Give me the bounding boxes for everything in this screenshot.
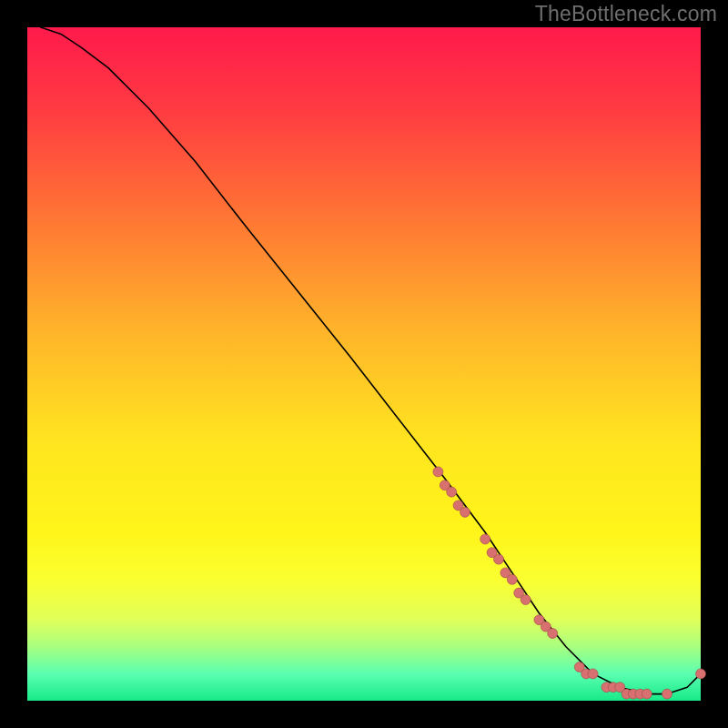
chart-frame: TheBottleneck.com	[0, 0, 728, 728]
watermark-text: TheBottleneck.com	[535, 2, 717, 26]
data-point	[642, 689, 652, 699]
data-point	[696, 669, 706, 679]
scatter-group	[433, 467, 706, 699]
data-point	[662, 689, 672, 699]
data-point	[507, 574, 517, 584]
data-point	[433, 467, 443, 477]
data-point	[588, 669, 598, 679]
data-point	[460, 507, 470, 517]
data-point	[447, 487, 457, 497]
data-point	[548, 629, 558, 639]
data-point	[480, 534, 490, 544]
data-point	[494, 554, 504, 564]
chart-svg	[27, 27, 701, 701]
plot-area	[27, 27, 701, 701]
bottleneck-curve	[41, 27, 701, 694]
data-point	[521, 595, 531, 605]
